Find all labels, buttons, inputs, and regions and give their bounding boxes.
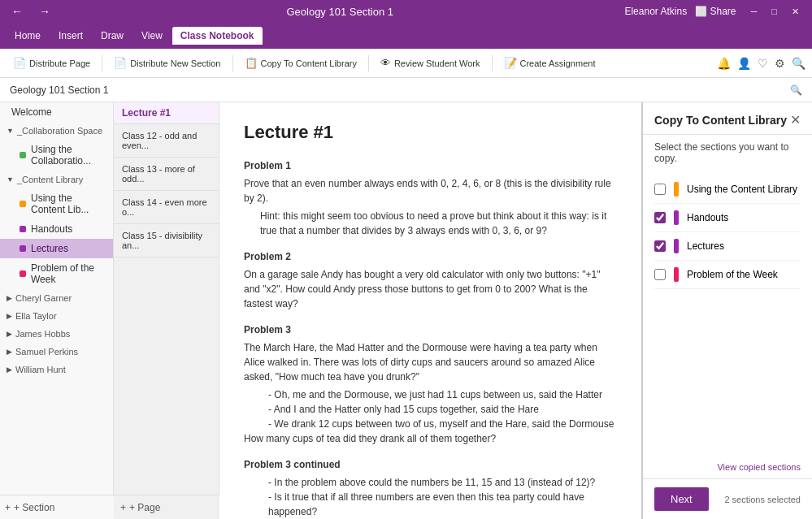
handouts-color-dot: [20, 226, 26, 232]
share-icon: ⬜ Share: [695, 6, 736, 17]
distribute-new-section-button[interactable]: 📄 Distribute New Section: [107, 54, 227, 72]
menu-insert[interactable]: Insert: [50, 27, 91, 45]
add-page-button[interactable]: + + Page: [120, 502, 160, 513]
problem-3-text: The March Hare, the Mad Hatter and the D…: [244, 340, 617, 384]
section-item-handouts: Handouts: [654, 204, 801, 232]
handouts-section-color-bar: [674, 210, 679, 225]
sidebar-item-samuel[interactable]: ▶ Samuel Perkins: [0, 343, 113, 361]
problem-2-title: Problem 2: [244, 249, 617, 264]
forward-button[interactable]: →: [34, 3, 55, 19]
problem-3-title: Problem 3: [244, 322, 617, 337]
breadcrumb-text: Geology 101 Section 1: [10, 84, 108, 96]
section-checkbox-handouts[interactable]: [654, 212, 666, 223]
page-item-class15[interactable]: Class 15 - divisibility an...: [114, 224, 219, 257]
section-item-using-content: Using the Content Library: [654, 175, 801, 204]
window-controls[interactable]: ─ □ ✕: [745, 5, 805, 19]
view-copied-link[interactable]: View copied sections: [643, 456, 812, 478]
minimize-button[interactable]: ─: [745, 5, 764, 19]
separator-1: [102, 55, 102, 71]
menu-class-notebook[interactable]: Class Notebook: [172, 27, 263, 45]
problem-3-bullet-0: - Oh, me and the Dormouse, we just had 1…: [268, 387, 617, 402]
page-list-header: Lecture #1: [114, 102, 219, 124]
bell-icon[interactable]: 🔔: [717, 57, 731, 70]
menu-view[interactable]: View: [133, 27, 171, 45]
problem-3c-bullet-0: - In the problem above could the numbers…: [268, 475, 617, 490]
nav-controls[interactable]: ← →: [7, 3, 55, 19]
problem-3-bullet-2: - We drank 12 cups between two of us, my…: [268, 417, 617, 431]
problem-3-continued-title: Problem 3 continued: [244, 457, 617, 472]
menu-bar: Home Insert Draw View Class Notebook: [0, 23, 812, 49]
close-button[interactable]: ✕: [785, 5, 805, 19]
menu-home[interactable]: Home: [7, 27, 49, 45]
page-list-footer: + + Page: [114, 495, 219, 519]
sidebar-item-using-content-lib[interactable]: Using the Content Lib...: [0, 188, 113, 219]
problem-1-title: Problem 1: [244, 158, 617, 173]
problem-3-bullet-1: - And I and the Hatter only had 15 cups …: [268, 402, 617, 417]
sidebar-bottom-bar: + + Section: [0, 495, 114, 519]
right-panel-title: Copy To Content Library: [654, 114, 787, 127]
sidebar-item-ella[interactable]: ▶ Ella Taylor: [0, 307, 113, 325]
sidebar-item-handouts[interactable]: Handouts: [0, 219, 113, 239]
heart-icon[interactable]: ♡: [758, 57, 768, 70]
section-checkbox-problem-of-week[interactable]: [654, 269, 666, 280]
title-bar-right: Eleanor Atkins ⬜ Share ─ □ ✕: [624, 5, 805, 19]
distribute-page-button[interactable]: 📄 Distribute Page: [7, 54, 97, 72]
add-section-icon: +: [5, 502, 11, 513]
right-panel-close-button[interactable]: ✕: [790, 112, 801, 128]
assignment-icon: 📝: [504, 57, 517, 69]
sidebar-item-cheryl[interactable]: ▶ Cheryl Garner: [0, 289, 113, 307]
sidebar-item-content-library[interactable]: ▼ _Content Library: [0, 171, 113, 188]
add-page-icon: +: [120, 502, 126, 513]
page-list: Lecture #1 Class 12 - odd and even... Cl…: [114, 102, 219, 519]
content-title: Lecture #1: [244, 119, 617, 145]
problem-color-dot: [20, 270, 26, 277]
selected-count: 2 sections selected: [724, 495, 801, 504]
settings-icon[interactable]: ⚙: [775, 57, 785, 70]
section-item-problem-of-week: Problem of the Week: [654, 261, 801, 289]
sidebar-item-problem-of-week[interactable]: Problem of the Week: [0, 258, 113, 289]
using-content-color-dot: [20, 201, 26, 207]
add-section-button[interactable]: + + Section: [5, 502, 54, 513]
user-name: Eleanor Atkins: [624, 6, 687, 17]
review-icon: 👁: [380, 57, 391, 69]
toolbar: 📄 Distribute Page 📄 Distribute New Secti…: [0, 49, 812, 78]
problem-section-color-bar: [674, 267, 679, 282]
review-student-work-button[interactable]: 👁 Review Student Work: [374, 54, 487, 72]
page-item-class14[interactable]: Class 14 - even more o...: [114, 191, 219, 224]
page-item-class12[interactable]: Class 12 - odd and even...: [114, 124, 219, 158]
problem-1-hint: Hint: this might seem too obvious to nee…: [260, 209, 617, 238]
person-icon[interactable]: 👤: [737, 57, 751, 70]
search-icon[interactable]: 🔍: [792, 57, 805, 70]
section-item-lectures: Lectures: [654, 232, 801, 261]
sidebar-item-james[interactable]: ▶ James Hobbs: [0, 325, 113, 343]
using-content-color-bar: [674, 182, 679, 197]
separator-2: [232, 55, 233, 71]
sidebar-item-collab-space[interactable]: ▼ _Collaboration Space: [0, 122, 113, 140]
distribute-page-icon: 📄: [13, 57, 26, 69]
right-panel: Copy To Content Library ✕ Select the sec…: [641, 102, 812, 519]
restore-button[interactable]: □: [765, 5, 784, 19]
next-button[interactable]: Next: [654, 487, 709, 511]
window-title: Geology 101 Section 1: [286, 6, 393, 18]
sidebar: Welcome ▼ _Collaboration Space Using the…: [0, 102, 114, 519]
copy-icon: 📋: [245, 57, 258, 69]
section-checkbox-using-content[interactable]: [654, 184, 666, 195]
sidebar-item-welcome[interactable]: Welcome: [0, 102, 113, 122]
breadcrumb-search-icon[interactable]: 🔍: [790, 84, 802, 96]
breadcrumb: Geology 101 Section 1 🔍: [0, 78, 812, 102]
lectures-color-dot: [20, 245, 26, 252]
sidebar-item-using-collab[interactable]: Using the Collaboratio...: [0, 140, 113, 171]
menu-draw[interactable]: Draw: [93, 27, 132, 45]
sidebar-item-lectures[interactable]: Lectures: [0, 239, 113, 258]
page-item-class13[interactable]: Class 13 - more of odd...: [114, 158, 219, 191]
content-area: Lecture #1 Problem 1 Prove that an even …: [219, 102, 641, 519]
back-button[interactable]: ←: [7, 3, 28, 19]
separator-4: [492, 55, 493, 71]
problem-3c-bullet-1: - Is it true that if all three numbers a…: [268, 490, 617, 519]
section-checkbox-lectures[interactable]: [654, 240, 666, 252]
create-assignment-button[interactable]: 📝 Create Assignment: [497, 54, 602, 72]
right-panel-footer: Next 2 sections selected: [643, 478, 812, 519]
copy-to-content-library-button[interactable]: 📋 Copy To Content Library: [238, 54, 363, 72]
sidebar-item-william[interactable]: ▶ William Hunt: [0, 361, 113, 378]
separator-3: [368, 55, 369, 71]
